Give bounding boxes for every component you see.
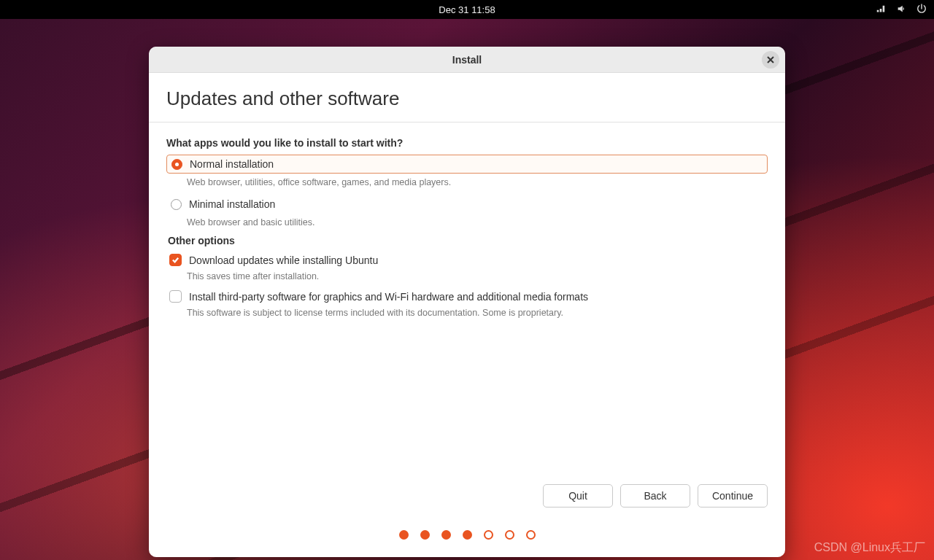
third-party-desc: This software is subject to license term… (187, 308, 768, 318)
pager-dot (505, 530, 514, 540)
volume-icon[interactable] (896, 4, 906, 16)
checkbox-third-party[interactable]: Install third-party software for graphic… (166, 289, 768, 304)
radio-minimal-installation[interactable]: Minimal installation (166, 195, 768, 214)
install-type-question: What apps would you like to install to s… (166, 137, 768, 149)
window-title: Install (452, 54, 482, 66)
continue-button[interactable]: Continue (698, 484, 768, 508)
power-icon[interactable] (916, 4, 927, 16)
radio-icon (171, 199, 182, 210)
network-icon[interactable] (876, 4, 886, 16)
pager-dot (484, 530, 493, 540)
installer-content: Updates and other software What apps wou… (149, 73, 785, 332)
pager-dot (420, 530, 430, 540)
pager-dot (399, 530, 409, 540)
close-button[interactable] (762, 51, 779, 69)
clock-label: Dec 31 11:58 (439, 4, 495, 15)
download-updates-desc: This saves time after installation. (187, 271, 768, 281)
radio-icon (171, 159, 182, 170)
radio-normal-installation[interactable]: Normal installation (166, 155, 768, 174)
desktop-wallpaper: Install Updates and other software What … (0, 19, 934, 560)
checkbox-download-updates[interactable]: Download updates while installing Ubuntu (166, 252, 768, 268)
minimal-install-desc: Web browser and basic utilities. (187, 217, 768, 228)
checkbox-icon (169, 290, 182, 303)
checkbox-label: Install third-party software for graphic… (189, 291, 588, 303)
installer-window: Install Updates and other software What … (149, 47, 785, 557)
system-top-bar: Dec 31 11:58 (0, 0, 934, 19)
radio-label: Minimal installation (189, 198, 275, 210)
footer-buttons: Quit Back Continue (149, 484, 785, 508)
checkbox-icon (169, 254, 182, 266)
step-pager (149, 530, 785, 540)
heading-divider (149, 122, 785, 122)
checkbox-label: Download updates while installing Ubuntu (189, 254, 378, 266)
pager-dot (526, 530, 536, 540)
close-icon (767, 56, 774, 63)
pager-dot (463, 530, 472, 540)
page-heading: Updates and other software (166, 88, 768, 110)
radio-label: Normal installation (190, 158, 274, 170)
quit-button[interactable]: Quit (543, 484, 613, 508)
other-options-label: Other options (168, 235, 768, 246)
back-button[interactable]: Back (620, 484, 690, 508)
pager-dot (441, 530, 451, 540)
watermark-text: CSDN @Linux兵工厂 (814, 540, 925, 556)
normal-install-desc: Web browser, utilities, office software,… (187, 177, 768, 187)
system-tray (876, 0, 927, 19)
window-titlebar: Install (149, 47, 785, 73)
